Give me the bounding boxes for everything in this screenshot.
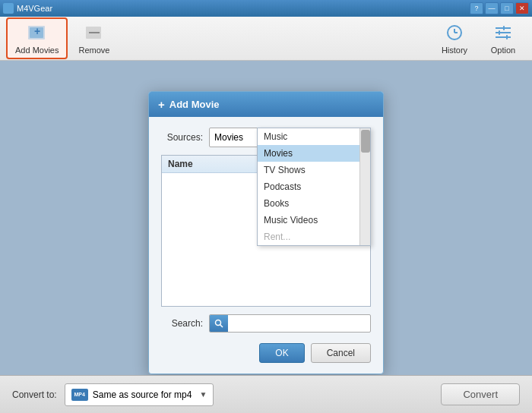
option-label: Option xyxy=(491,46,515,55)
dialog-buttons: OK Cancel xyxy=(161,343,371,363)
sources-dropdown[interactable]: Music Movies TV Shows Podcasts Books Mus… xyxy=(257,128,371,246)
help-button[interactable]: ? xyxy=(470,2,483,14)
minimize-button[interactable]: — xyxy=(485,2,499,14)
main-area: + Add Movie Sources: Movies ▼ Music xyxy=(0,61,532,375)
convert-select-arrow[interactable]: ▼ xyxy=(199,390,207,399)
modal-plus-icon: + xyxy=(158,98,165,111)
svg-point-14 xyxy=(216,320,221,326)
search-input[interactable] xyxy=(228,318,370,329)
svg-rect-10 xyxy=(496,36,511,38)
dropdown-item-movies[interactable]: Movies xyxy=(258,145,370,162)
add-movies-button[interactable]: + Add Movies xyxy=(6,17,68,59)
sources-select-wrapper: Movies ▼ Music Movies TV Shows Podcasts … xyxy=(209,128,371,147)
mp4-icon-text: MP4 xyxy=(74,392,85,397)
bottom-bar: Convert to: MP4 Same as source for mp4 ▼… xyxy=(0,375,532,413)
convert-to-label: Convert to: xyxy=(12,389,57,400)
remove-label: Remove xyxy=(78,46,109,55)
dropdown-scrollbar-thumb xyxy=(361,130,370,153)
modal-header: + Add Movie xyxy=(149,92,383,117)
history-icon xyxy=(444,22,465,43)
name-column-label: Name xyxy=(168,159,193,169)
search-row: Search: xyxy=(161,314,371,333)
add-movies-icon: + xyxy=(27,22,48,43)
svg-text:+: + xyxy=(34,25,40,37)
title-bar: M4VGear ? — □ ✕ xyxy=(0,0,532,17)
search-label: Search: xyxy=(161,318,203,329)
svg-line-15 xyxy=(220,325,223,328)
dropdown-scrollbar[interactable] xyxy=(359,128,370,245)
svg-rect-12 xyxy=(499,30,500,35)
sources-row: Sources: Movies ▼ Music Movies TV Shows … xyxy=(161,128,371,147)
svg-rect-9 xyxy=(496,32,511,33)
add-movie-dialog: + Add Movie Sources: Movies ▼ Music xyxy=(148,91,384,374)
mp4-icon: MP4 xyxy=(71,389,88,401)
svg-rect-13 xyxy=(506,35,508,39)
toolbar: + Add Movies Remove History xyxy=(0,17,532,61)
dropdown-item-rent[interactable]: Rent... xyxy=(258,229,370,245)
convert-source-text: Same as source for mp4 xyxy=(93,389,192,400)
dropdown-item-tvshows[interactable]: TV Shows xyxy=(258,162,370,178)
title-bar-left: M4VGear xyxy=(3,3,52,14)
dropdown-item-music[interactable]: Music xyxy=(258,128,370,145)
close-button[interactable]: ✕ xyxy=(515,2,529,14)
option-icon xyxy=(492,22,514,43)
convert-select[interactable]: MP4 Same as source for mp4 ▼ xyxy=(65,383,214,406)
modal-title: Add Movie xyxy=(169,99,220,110)
toolbar-right: History Option xyxy=(432,19,526,58)
modal-overlay: + Add Movie Sources: Movies ▼ Music xyxy=(0,61,532,375)
convert-button[interactable]: Convert xyxy=(441,383,520,405)
app-title: M4VGear xyxy=(17,4,52,13)
title-bar-controls[interactable]: ? — □ ✕ xyxy=(470,2,529,14)
remove-button[interactable]: Remove xyxy=(71,19,117,58)
history-label: History xyxy=(442,46,467,55)
app-icon xyxy=(3,3,14,14)
cancel-button[interactable]: Cancel xyxy=(311,343,371,363)
add-movies-label: Add Movies xyxy=(15,46,59,55)
sources-label: Sources: xyxy=(161,132,203,143)
dropdown-item-musicvideos[interactable]: Music Videos xyxy=(258,212,370,229)
sources-value: Movies xyxy=(214,132,243,143)
ok-button[interactable]: OK xyxy=(259,343,304,363)
modal-body: Sources: Movies ▼ Music Movies TV Shows … xyxy=(149,117,383,374)
option-button[interactable]: Option xyxy=(480,19,526,58)
dropdown-item-books[interactable]: Books xyxy=(258,195,370,212)
search-input-wrapper xyxy=(209,314,371,333)
svg-rect-11 xyxy=(503,26,505,30)
maximize-button[interactable]: □ xyxy=(500,2,514,14)
history-button[interactable]: History xyxy=(432,19,477,58)
dropdown-item-podcasts[interactable]: Podcasts xyxy=(258,178,370,195)
search-button[interactable] xyxy=(210,315,228,332)
remove-icon xyxy=(84,22,105,43)
